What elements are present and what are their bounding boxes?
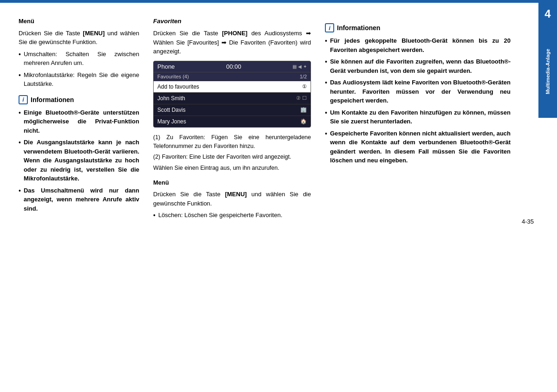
info-bullets-left: Einige Bluetooth®-Geräte unterstützen mö… xyxy=(19,108,139,213)
menu-para-left: Drücken Sie die Taste [MENU] und wählen … xyxy=(19,29,139,47)
bullet-umschalten: Umschalten: Schalten Sie zwischen mehrer… xyxy=(19,50,139,68)
phone-title: Phone xyxy=(157,63,175,70)
bullet-loeschen: Löschen: Löschen Sie gespeicherte Favori… xyxy=(153,211,311,220)
favoriten-heading: Favoriten xyxy=(153,17,311,26)
info-bullet-2: Die Ausgangslautstärke kann je nach verw… xyxy=(19,138,139,183)
info-heading-label-left: Informationen xyxy=(31,96,74,103)
bullet-mikrofon: Mikrofonlautstärke: Regeln Sie die eigen… xyxy=(19,71,139,89)
row-scott-text: Scott Davis xyxy=(157,107,300,113)
info-right-bullet-1: Für jedes gekoppelte Bluetooth-Gerät kön… xyxy=(325,36,511,54)
favoriten-para: Drücken Sie die Taste [PHONE] des Audios… xyxy=(153,29,311,56)
caption-1: (1) Zu Favoriten: Fügen Sie eine herunte… xyxy=(153,133,311,151)
info-heading-label-right: Informationen xyxy=(337,24,380,32)
row-add-icon: ① xyxy=(302,84,307,90)
info-bullet-3: Das Umschaltmenü wird nur dann angezeigt… xyxy=(19,186,139,213)
info-heading-right: i Informationen xyxy=(325,23,511,32)
info-icon-right: i xyxy=(325,23,334,32)
side-tab-area: 4 Multimedia-Anlage xyxy=(538,3,557,234)
favourites-label: Favourites (4) xyxy=(157,74,189,79)
phone-row-mary: Mary Jones 🏠 xyxy=(154,116,311,127)
menu-para-middle: Drücken Sie die Taste [MENU] und wählen … xyxy=(153,190,311,208)
phone-icons: ▦ ◀ ✦ xyxy=(292,64,307,69)
menu-bullets-middle: Löschen: Löschen Sie gespeicherte Favori… xyxy=(153,211,311,220)
info-bullets-right: Für jedes gekoppelte Bluetooth-Gerät kön… xyxy=(325,36,511,165)
side-tab-label: Multimedia-Anlage xyxy=(538,25,557,118)
row-john-icon: ② ☐ xyxy=(296,95,307,101)
row-mary-icon: 🏠 xyxy=(300,118,307,124)
info-heading-left: i Informationen xyxy=(19,95,139,104)
info-right-bullet-2: Sie können auf die Favoriten zugreifen, … xyxy=(325,57,511,75)
info-right-bullet-3: Das Audiosystem lädt keine Favoriten von… xyxy=(325,78,511,105)
phone-time: 00:00 xyxy=(226,63,241,70)
phone-header: Phone 00:00 ▦ ◀ ✦ xyxy=(154,61,311,72)
info-right-bullet-4: Um Kontakte zu den Favoriten hinzufügen … xyxy=(325,108,511,126)
menu-heading-middle: Menü xyxy=(153,178,311,187)
info-right-bullet-5: Gespeicherte Favoriten können nicht aktu… xyxy=(325,129,511,165)
phone-row-scott: Scott Davis 🏢 xyxy=(154,104,311,116)
phone-row-add: Add to favourites ① xyxy=(154,81,311,92)
phone-screen: Phone 00:00 ▦ ◀ ✦ Favourites (4) 1/2 Add… xyxy=(153,61,311,128)
menu-heading-left: Menü xyxy=(19,17,139,26)
phone-row-john: John Smith ② ☐ xyxy=(154,92,311,104)
row-john-text: John Smith xyxy=(157,95,296,102)
row-add-text: Add to favourites xyxy=(157,84,302,90)
info-icon-left: i xyxy=(19,95,28,104)
left-column: Menü Drücken Sie die Taste [MENU] und wä… xyxy=(19,17,149,225)
chapter-number: 4 xyxy=(538,3,557,25)
row-mary-text: Mary Jones xyxy=(157,118,300,125)
row-scott-icon: 🏢 xyxy=(300,107,307,113)
middle-column: Favoriten Drücken Sie die Taste [PHONE] … xyxy=(149,17,316,225)
page-number: 4-35 xyxy=(522,218,534,225)
favourites-page: 1/2 xyxy=(300,74,307,79)
menu-bullets-left: Umschalten: Schalten Sie zwischen mehrer… xyxy=(19,50,139,89)
phone-sub-header: Favourites (4) 1/2 xyxy=(154,72,311,81)
caption-3: Wählen Sie einen Eintrag aus, um ihn anz… xyxy=(153,164,311,173)
right-column: i Informationen Für jedes gekoppelte Blu… xyxy=(316,17,538,225)
info-bullet-1: Einige Bluetooth®-Geräte unterstützen mö… xyxy=(19,108,139,135)
caption-2: (2) Favoriten: Eine Liste der Favoriten … xyxy=(153,153,311,161)
